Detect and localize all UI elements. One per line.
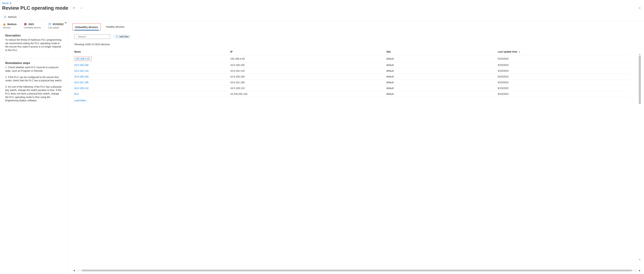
close-icon [638,7,641,10]
table-row[interactable]: 192.168.4.43192.168.4.43default9/15/2022 [72,55,630,62]
cell-site: default [384,85,496,91]
cell-ip: 10.9.100.104 [228,74,384,80]
pin-button[interactable] [72,6,76,10]
vertical-scrollbar[interactable]: ▲ ▼ [639,56,641,258]
result-count: Showing 1000 of 2623 devices [74,43,641,46]
cell-name: 10.0.101.195 [72,80,228,85]
refresh-button[interactable]: Refresh [2,14,18,20]
cell-site: default [384,80,496,85]
cell-last-update: 9/15/2022 [496,68,630,74]
scroll-left-icon[interactable]: ◀ [72,269,76,272]
cell-last-update: 9/15/2022 [496,80,630,85]
clock-icon [48,23,51,26]
svg-point-7 [76,36,76,37]
warning-icon [3,23,6,26]
cell-name: 10.0.100.100 [72,62,228,68]
load-more-link[interactable]: Load More... [74,99,88,102]
tab-healthy-devices[interactable]: Healthy devices [105,24,125,30]
refresh-icon [4,16,7,19]
table-row[interactable]: PLC10.216.292.143default9/15/2022 [72,91,630,97]
unhealthy-value: 2623 [28,23,34,26]
expand-cards-button[interactable]: ≫ [64,21,67,24]
device-name-link[interactable]: 10.9.100.104 [74,75,88,78]
device-name-link[interactable]: 10.0.101.195 [74,81,88,84]
description-text: To reduce the threat of malicious PLC pr… [5,38,63,52]
table-row[interactable]: 10.0.191.11010.0.191.110default9/15/2022 [72,68,630,74]
table-row[interactable]: 10.9.100.10410.9.100.104default9/15/2022 [72,74,630,80]
command-bar: Refresh [0,13,644,21]
details-pane: Medium Severity 2623 Unhealthy devices 9… [0,21,68,274]
scroll-right-icon[interactable]: ▶ [638,269,641,272]
svg-rect-4 [4,25,4,25]
breadcrumb-home[interactable]: Home [2,2,8,5]
remediation-step-1: 1. Check whether each PLC must be in uns… [5,66,63,73]
close-button[interactable] [637,6,642,10]
cell-ip: 192.168.4.43 [228,55,384,62]
title-bar: Review PLC operating mode [0,5,644,13]
devices-pane: Unhealthy devices Healthy devices + Add … [68,21,644,274]
add-filter-button[interactable]: + Add filter [113,34,132,39]
cell-site: default [384,55,496,62]
device-name-link[interactable]: 192.168.4.43 [74,57,92,61]
svg-point-0 [80,8,81,8]
devices-table: Name IP Site Last update time 192.168.4.… [72,49,630,97]
summary-cards: Medium Severity 2623 Unhealthy devices 9… [0,21,68,31]
pin-icon [72,7,75,10]
last-update-label: Last update [48,27,64,29]
cell-name: 10.9.100.104 [72,74,228,80]
severity-value: Medium [7,23,16,26]
column-site[interactable]: Site [384,49,496,55]
refresh-label: Refresh [8,16,16,18]
cell-last-update: 9/15/2022 [496,55,630,62]
svg-text:+: + [116,35,117,37]
cell-site: default [384,91,496,97]
tab-unhealthy-devices[interactable]: Unhealthy devices [74,24,99,30]
add-filter-label: Add filter [119,35,129,38]
more-button[interactable] [79,6,84,10]
svg-rect-3 [4,24,4,25]
scroll-down-icon[interactable]: ▼ [639,258,641,260]
filter-row: + Add filter [74,34,641,39]
error-circle-icon [24,23,27,26]
device-name-link[interactable]: 10.0.100.100 [74,64,88,66]
unhealthy-label: Unhealthy devices [24,27,41,29]
column-ip[interactable]: IP [228,49,384,55]
cell-last-update: 9/15/2022 [496,85,630,91]
cell-site: default [384,68,496,74]
device-name-link[interactable]: PLC [74,93,79,95]
column-name[interactable]: Name [72,49,228,55]
separator [20,16,20,19]
last-update-card: 9/15/2022 Last update [44,23,67,29]
cell-last-update: 9/15/2022 [496,91,630,97]
cell-name: 10.0.191.110 [72,68,228,74]
severity-label: Severity [3,27,16,29]
cell-ip: 10.0.191.110 [228,68,384,74]
cell-last-update: 9/15/2022 [496,74,630,80]
breadcrumb: Home ❯ [0,0,644,5]
column-last-update[interactable]: Last update time [496,49,630,55]
table-row[interactable]: 10.0.109.11010.0.109.110default9/15/2022 [72,85,630,91]
svg-point-1 [81,8,82,8]
filter-icon: + [116,35,118,38]
table-row[interactable]: 10.0.101.19510.0.101.195default9/15/2022 [72,80,630,85]
remediation-step-3: 3. Do one of the following: If the PLC h… [5,85,63,102]
unhealthy-card: 2623 Unhealthy devices [20,23,44,29]
table-row[interactable]: 10.0.100.10010.0.100.100default9/15/2022 [72,62,630,68]
cell-site: default [384,62,496,68]
cell-ip: 10.216.292.143 [228,91,384,97]
description-heading: Description [5,34,63,37]
cell-name: 192.168.4.43 [72,55,228,62]
horizontal-scrollbar[interactable]: ◀ ▶ [72,269,641,272]
table-scroll[interactable]: Name IP Site Last update time 192.168.4.… [72,49,641,268]
cell-site: default [384,74,496,80]
device-name-link[interactable]: 10.0.109.110 [74,87,88,90]
search-icon [76,35,77,38]
remediation-step-2: 2. If the PLC can be configured to the s… [5,76,63,82]
svg-point-2 [82,8,82,8]
cell-name: PLC [72,91,228,97]
device-name-link[interactable]: 10.0.191.110 [74,69,88,72]
search-input[interactable] [78,35,109,38]
sort-desc-icon [518,51,520,53]
search-box[interactable] [74,34,110,39]
scroll-up-icon[interactable]: ▲ [639,53,641,55]
